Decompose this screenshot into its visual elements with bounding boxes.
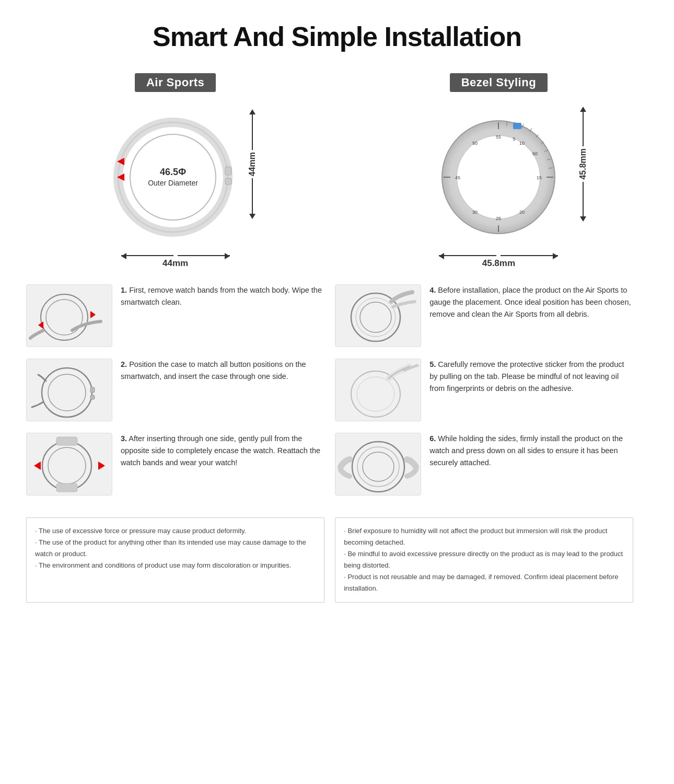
svg-text:25: 25 — [496, 216, 501, 221]
svg-point-10 — [457, 135, 540, 219]
step-3-text: 3. After inserting through one side, gen… — [121, 433, 324, 469]
step-2-text: 2. Position the case to match all button… — [121, 359, 324, 383]
notes-right: Brief exposure to humidity will not affe… — [335, 517, 633, 603]
step-6-num: 6. — [429, 434, 436, 443]
height-dim-right-bezel: 45.8mm — [576, 107, 590, 222]
height-label: 44mm — [246, 150, 259, 178]
step-1: 1. First, remove watch bands from the wa… — [26, 284, 324, 347]
svg-text:5: 5 — [513, 136, 516, 142]
step-6-svg — [336, 434, 420, 494]
step-1-text: 1. First, remove watch bands from the wa… — [121, 284, 324, 308]
svg-rect-49 — [56, 437, 77, 445]
svg-rect-60 — [336, 434, 420, 494]
svg-text:45: 45 — [455, 175, 460, 180]
step-1-num: 1. — [121, 286, 127, 294]
step-2-num: 2. — [121, 360, 127, 368]
steps-left-col: 1. First, remove watch bands from the wa… — [26, 284, 324, 507]
svg-rect-25 — [513, 123, 521, 129]
products-section: Air Sports 46.5Φ Outer Diameter — [26, 73, 648, 269]
svg-rect-41 — [28, 360, 111, 420]
svg-point-1 — [118, 122, 228, 232]
notes-section: The use of excessive force or pressure m… — [26, 517, 648, 603]
step-5: 5. Carefully remove the protective stick… — [335, 359, 633, 421]
svg-text:Outer Diameter: Outer Diameter — [148, 179, 198, 187]
note-right-1: Brief exposure to humidity will not affe… — [344, 525, 624, 548]
height-dim-right: 44mm — [246, 109, 259, 219]
step-2-image — [26, 359, 112, 421]
svg-rect-6 — [225, 178, 231, 185]
note-left-2: The use of the product for anything othe… — [35, 537, 316, 560]
width-label-left: 44mm — [162, 258, 188, 269]
note-left-3: The environment and conditions of produc… — [35, 560, 316, 571]
steps-right-col: 4. Before installation, place the produc… — [335, 284, 633, 507]
page-title: Smart And Simple Installation — [26, 21, 648, 52]
bezel-diagram: 55 25 45 15 10 50 30 20 5 60 — [410, 101, 587, 253]
step-6-content: While holding the sides, firmly install … — [429, 434, 623, 467]
width-label-right: 45.8mm — [482, 258, 515, 269]
svg-text:55: 55 — [496, 134, 501, 140]
bezel-svg: 55 25 45 15 10 50 30 20 5 60 — [436, 114, 561, 240]
svg-rect-44 — [90, 387, 95, 393]
step-5-num: 5. — [429, 360, 436, 368]
step-1-content: First, remove watch bands from the watch… — [121, 286, 322, 306]
width-dim-left — [121, 255, 230, 256]
steps-section: 1. First, remove watch bands from the wa… — [26, 284, 648, 507]
step-3-image — [26, 433, 112, 495]
step-3-svg — [28, 434, 111, 494]
step-3: 3. After inserting through one side, gen… — [26, 433, 324, 495]
air-sports-col: Air Sports 46.5Φ Outer Diameter — [26, 73, 324, 269]
step-5-content: Carefully remove the protective sticker … — [429, 360, 624, 393]
step-4-text: 4. Before installation, place the produc… — [429, 284, 633, 321]
step-4-content: Before installation, place the product o… — [429, 286, 631, 318]
step-5-text: 5. Carefully remove the protective stick… — [429, 359, 633, 395]
step-4-svg — [336, 286, 420, 346]
step-5-image — [335, 359, 421, 421]
step-6-image — [335, 433, 421, 495]
note-right-3: Product is not reusable and may be damag… — [344, 571, 624, 594]
page: Smart And Simple Installation Air Sports… — [0, 0, 674, 784]
step-1-image — [26, 284, 112, 347]
svg-text:60: 60 — [532, 151, 538, 156]
svg-point-2 — [130, 134, 216, 220]
step-3-content: After inserting through one side, gently… — [121, 434, 320, 467]
svg-text:46.5Φ: 46.5Φ — [160, 167, 186, 177]
svg-text:20: 20 — [519, 210, 525, 215]
step-1-svg — [28, 286, 111, 346]
step-2: 2. Position the case to match all button… — [26, 359, 324, 421]
step-4-num: 4. — [429, 286, 436, 294]
air-sports-diagram: 46.5Φ Outer Diameter 44mm — [92, 101, 259, 253]
step-2-svg — [28, 360, 111, 420]
step-2-content: Position the case to match all button po… — [121, 360, 306, 381]
step-4-image — [335, 284, 421, 347]
bezel-styling-col: Bezel Styling — [350, 73, 648, 269]
notes-left: The use of excessive force or pressure m… — [26, 517, 324, 603]
svg-rect-50 — [56, 483, 77, 492]
width-dim-right — [439, 255, 558, 256]
air-sports-label: Air Sports — [135, 73, 216, 92]
svg-rect-45 — [90, 395, 95, 399]
svg-text:10: 10 — [519, 141, 525, 146]
step-6: 6. While holding the sides, firmly insta… — [335, 433, 633, 495]
air-sports-svg: 46.5Φ Outer Diameter — [113, 114, 238, 240]
bezel-styling-label: Bezel Styling — [450, 73, 548, 92]
svg-text:50: 50 — [472, 141, 478, 146]
step-4: 4. Before installation, place the produc… — [335, 284, 633, 347]
bezel-height-label: 45.8mm — [576, 146, 590, 182]
svg-text:15: 15 — [537, 175, 542, 180]
svg-rect-5 — [225, 167, 231, 175]
step-5-svg — [336, 360, 420, 420]
svg-text:30: 30 — [472, 210, 478, 215]
step-6-text: 6. While holding the sides, firmly insta… — [429, 433, 633, 469]
step-3-num: 3. — [121, 434, 127, 443]
note-left-1: The use of excessive force or pressure m… — [35, 525, 316, 537]
note-right-2: Be mindful to avoid excessive pressure d… — [344, 548, 624, 571]
